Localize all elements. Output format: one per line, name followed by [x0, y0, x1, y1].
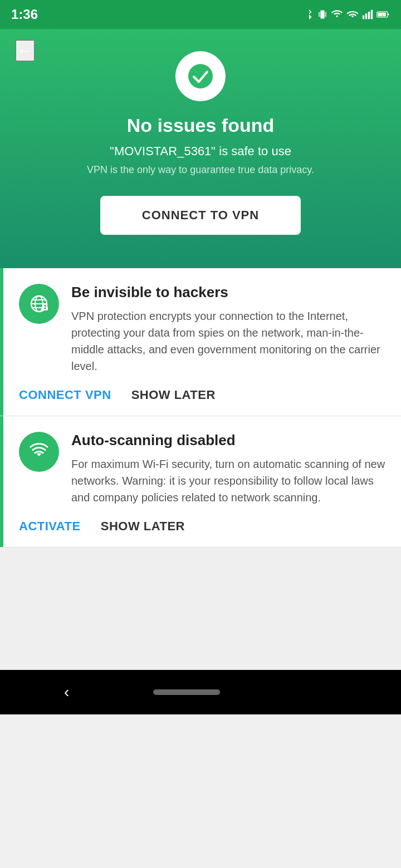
svg-rect-1 [319, 12, 320, 17]
svg-rect-4 [363, 16, 364, 19]
invisible-hackers-card: Be invisible to hackers VPN protection e… [0, 268, 401, 416]
invisible-hackers-content: Be invisible to hackers VPN protection e… [71, 284, 385, 374]
hero-note: VPN is the only way to guarantee true da… [87, 164, 314, 176]
back-button[interactable]: ← [16, 40, 35, 61]
success-circle [175, 51, 226, 101]
status-bar: 1:36 [0, 0, 401, 29]
svg-rect-2 [325, 12, 326, 17]
wifi-scan-icon [28, 441, 50, 463]
hero-subtitle: "MOVISTAR_5361" is safe to use [110, 144, 291, 159]
vibrate-icon [317, 8, 327, 21]
svg-point-12 [188, 64, 213, 88]
svg-point-20 [45, 308, 46, 309]
svg-rect-7 [371, 10, 373, 19]
globe-lock-icon [28, 293, 50, 315]
status-time: 1:36 [11, 7, 38, 22]
auto-scanning-actions: ACTIVATE SHOW LATER [11, 519, 385, 534]
show-later-action-1[interactable]: SHOW LATER [131, 388, 216, 402]
nav-pill[interactable] [153, 689, 220, 695]
gray-spacer [0, 548, 401, 670]
svg-rect-9 [388, 13, 389, 15]
svg-point-3 [336, 16, 338, 17]
auto-scanning-title: Auto-scanning disabled [71, 432, 385, 449]
auto-scanning-content: Auto-scanning disabled For maximum Wi-Fi… [71, 432, 385, 506]
show-later-action-2[interactable]: SHOW LATER [101, 519, 185, 534]
invisible-hackers-actions: CONNECT VPN SHOW LATER [11, 388, 385, 402]
cards-container: Be invisible to hackers VPN protection e… [0, 268, 401, 548]
svg-text:⚡: ⚡ [380, 13, 384, 17]
svg-rect-0 [320, 11, 325, 19]
activate-action[interactable]: ACTIVATE [19, 519, 81, 534]
svg-rect-6 [368, 12, 370, 19]
hero-title: No issues found [127, 115, 274, 136]
status-icons: ⚡ [304, 8, 390, 21]
card-accent-bar [0, 268, 3, 416]
nav-back-button[interactable]: ‹ [64, 683, 69, 701]
wifi-icon-circle [19, 432, 59, 472]
svg-rect-5 [365, 13, 367, 19]
signal-icon [362, 9, 373, 20]
nav-bar: ‹ [0, 670, 401, 714]
connect-vpn-action[interactable]: CONNECT VPN [19, 388, 111, 402]
wifi-call-icon [331, 8, 343, 21]
card-accent-bar-2 [0, 416, 3, 547]
invisible-hackers-desc: VPN protection encrypts your connection … [71, 308, 385, 374]
checkmark-icon [187, 63, 214, 90]
battery-icon: ⚡ [376, 10, 390, 19]
auto-scanning-card: Auto-scanning disabled For maximum Wi-Fi… [0, 416, 401, 548]
globe-lock-icon-circle [19, 284, 59, 324]
connect-to-vpn-button[interactable]: CONNECT TO VPN [100, 196, 301, 235]
wifi-icon-status [346, 9, 359, 19]
bluetooth-icon [304, 8, 314, 21]
svg-rect-19 [43, 304, 47, 307]
auto-scanning-desc: For maximum Wi-Fi security, turn on auto… [71, 456, 385, 506]
hero-section: ← No issues found "MOVISTAR_5361" is saf… [0, 29, 401, 268]
invisible-hackers-title: Be invisible to hackers [71, 284, 385, 301]
